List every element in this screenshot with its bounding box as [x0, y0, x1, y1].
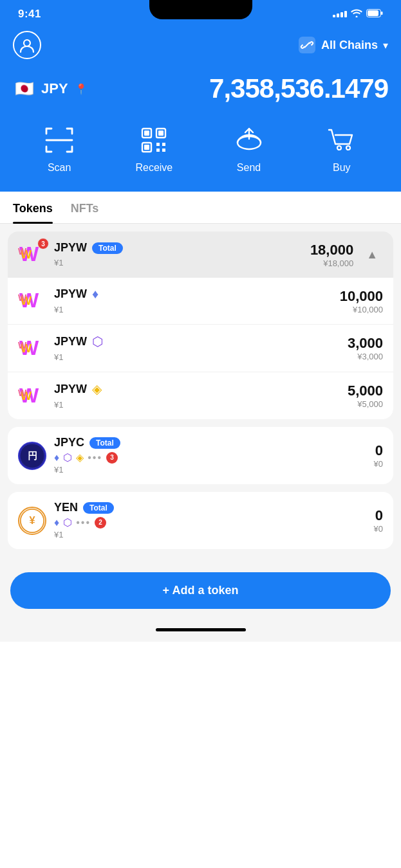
svg-text:W: W — [18, 246, 27, 257]
collapse-button[interactable]: ▲ — [361, 246, 383, 264]
jpyw-eth-amount: 10,000 ¥10,000 — [340, 288, 383, 314]
jpyw-poly-amount-sub: ¥3,000 — [348, 352, 383, 361]
location-pin-icon: 📍 — [75, 83, 88, 95]
svg-point-3 — [24, 40, 30, 46]
tabs: Tokens NFTs — [0, 192, 401, 224]
yen-info: YEN Total ♦ ⬡ ••• 2 ¥1 — [54, 501, 366, 540]
status-time: 9:41 — [18, 8, 41, 21]
svg-point-19 — [346, 146, 350, 150]
jpyw-poly-price: ¥1 — [54, 352, 63, 362]
jpyw-eth-logo: W W W — [18, 287, 46, 315]
user-icon — [19, 37, 35, 53]
jpyc-amount: 0 ¥0 — [374, 442, 383, 469]
svg-rect-13 — [156, 143, 160, 146]
jpyw-bnb-amount-sub: ¥5,000 — [348, 399, 383, 409]
jpyc-info: JPYC Total ♦ ⬡ ◈ ••• 3 ¥1 — [54, 436, 366, 475]
svg-rect-10 — [158, 131, 163, 136]
add-token-section: + Add a token — [0, 565, 401, 622]
jpyc-amount-main: 0 — [374, 442, 383, 459]
home-indicator — [0, 622, 401, 642]
scan-button[interactable]: Scan — [42, 123, 76, 174]
jpyw-poly-name: JPYW — [54, 335, 87, 348]
jpyc-poly-icon: ⬡ — [63, 451, 72, 464]
jpyw-eth-price: ¥1 — [54, 305, 63, 314]
jpyw-bnb-info: JPYW ◈ ¥1 — [54, 381, 340, 410]
yen-amount: 0 ¥0 — [374, 507, 383, 534]
svg-rect-16 — [162, 149, 165, 152]
wifi-icon — [351, 8, 362, 20]
profile-button[interactable] — [13, 31, 41, 59]
balance-amount: 7,358,536.1479 — [95, 73, 388, 104]
jpyw-total-badge: Total — [92, 242, 123, 254]
yen-amount-sub: ¥0 — [374, 524, 383, 534]
receive-button[interactable]: Receive — [135, 123, 173, 174]
yen-icon: ¥ — [18, 507, 46, 535]
jpyw-eth-name: JPYW — [54, 287, 87, 301]
ethereum-chain-icon: ♦ — [92, 287, 98, 302]
jpyc-name: JPYC — [54, 436, 84, 449]
scan-label: Scan — [48, 162, 71, 174]
jpyw-poly-amount: 3,000 ¥3,000 — [348, 335, 383, 361]
jpyw-bnb-price: ¥1 — [54, 400, 63, 410]
tab-tokens[interactable]: Tokens — [13, 192, 53, 223]
buy-button[interactable]: Buy — [325, 123, 359, 174]
chain-link-icon — [298, 36, 316, 54]
jpyc-icon: 円 — [18, 442, 46, 470]
jpyw-eth-info: JPYW ♦ ¥1 — [54, 287, 332, 315]
polygon-chain-icon: ⬡ — [92, 334, 103, 349]
jpyc-row[interactable]: 円 JPYC Total ♦ ⬡ ◈ ••• 3 ¥1 0 ¥0 — [8, 427, 393, 484]
jpyw-bnb-amount: 5,000 ¥5,000 — [348, 383, 383, 409]
jpyw-info: JPYW Total ¥1 — [54, 241, 303, 268]
tab-nfts[interactable]: NFTs — [71, 192, 99, 223]
jpyw-poly-row[interactable]: W W W JPYW ⬡ ¥1 3,000 ¥3,000 — [8, 324, 393, 372]
svg-rect-15 — [156, 149, 160, 152]
flag-icon: 🇯🇵 — [13, 77, 36, 100]
svg-rect-2 — [368, 10, 378, 16]
svg-text:W: W — [18, 293, 27, 303]
yen-more-dots: ••• — [76, 517, 91, 529]
yen-row[interactable]: ¥ YEN Total ♦ ⬡ ••• 2 ¥1 0 ¥0 — [8, 492, 393, 549]
buy-label: Buy — [333, 162, 351, 174]
jpyw-logo: W W W 3 — [18, 240, 46, 269]
jpyc-total-badge: Total — [89, 437, 120, 449]
jpyw-group-header[interactable]: W W W 3 JPYW Total ¥1 18,000 ¥18,000 ▲ — [8, 231, 393, 278]
jpyw-eth-amount-main: 10,000 — [340, 288, 383, 305]
yen-price: ¥1 — [54, 530, 63, 539]
action-buttons: Scan Receive — [0, 117, 401, 192]
jpyw-poly-info: JPYW ⬡ ¥1 — [54, 334, 340, 363]
header: All Chains ▾ — [0, 26, 401, 67]
jpyw-eth-amount-sub: ¥10,000 — [340, 305, 383, 314]
jpyc-more-dots: ••• — [88, 452, 102, 464]
signal-icon — [333, 11, 347, 17]
scan-icon — [42, 123, 76, 157]
balance-section: 🇯🇵 JPY 📍 7,358,536.1479 — [0, 67, 401, 117]
jpyw-name: JPYW — [54, 241, 87, 255]
battery-icon — [366, 8, 383, 20]
jpyc-logo: 円 — [18, 442, 46, 470]
jpyc-chain-count: 3 — [106, 452, 118, 464]
status-icons — [333, 8, 383, 20]
svg-point-18 — [337, 146, 341, 150]
svg-rect-12 — [144, 145, 149, 150]
svg-text:W: W — [18, 388, 27, 398]
yen-chain-icons: ♦ ⬡ ••• 2 — [54, 516, 366, 529]
add-token-button[interactable]: + Add a token — [10, 572, 391, 609]
home-bar — [156, 628, 246, 631]
yen-logo: ¥ — [18, 507, 46, 535]
send-button[interactable]: Send — [232, 123, 266, 174]
jpyw-total-amount: 18,000 ¥18,000 — [310, 242, 353, 268]
svg-rect-8 — [144, 131, 149, 136]
svg-text:円: 円 — [28, 451, 37, 461]
jpyw-bnb-row[interactable]: W W W JPYW ◈ ¥1 5,000 ¥5,000 — [8, 372, 393, 419]
currency-symbol: JPY — [41, 80, 68, 97]
jpyw-bnb-logo: W W W — [18, 382, 46, 410]
jpyw-eth-row[interactable]: W W W JPYW ♦ ¥1 10,000 ¥10,000 — [8, 278, 393, 324]
svg-text:¥: ¥ — [29, 514, 35, 526]
jpyw-poly-amount-main: 3,000 — [348, 335, 383, 352]
chain-selector[interactable]: All Chains ▾ — [298, 36, 388, 54]
jpyc-bnb-icon: ◈ — [76, 451, 84, 464]
svg-rect-14 — [162, 143, 165, 146]
yen-eth-icon: ♦ — [54, 517, 59, 529]
jpyc-chain-icons: ♦ ⬡ ◈ ••• 3 — [54, 451, 366, 464]
yen-poly-icon: ⬡ — [63, 516, 72, 529]
